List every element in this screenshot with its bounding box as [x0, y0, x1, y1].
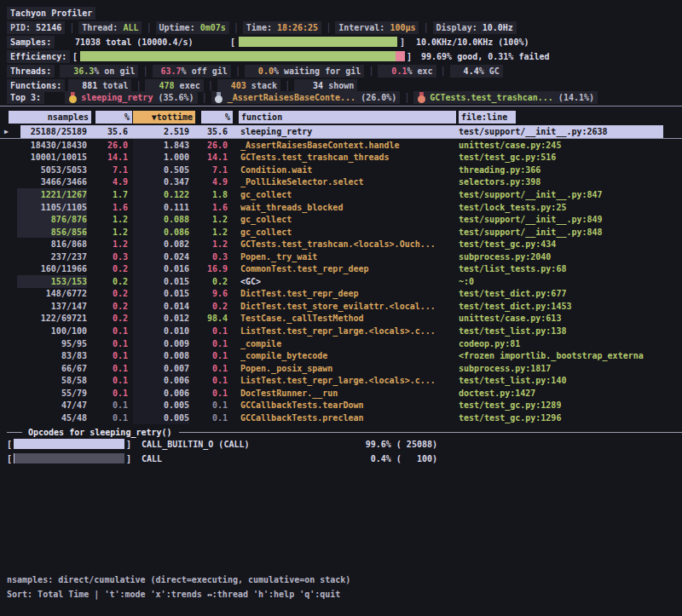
metric-suffix: % GC [479, 66, 500, 76]
table-row[interactable]: 5053/5053 7.1 0.505 7.1 Condition.wait t… [0, 164, 682, 176]
column-header-cumulative-percent[interactable]: % [201, 111, 233, 124]
table-row[interactable]: 95/95 0.1 0.009 0.1 _compile codeop.py:8… [0, 337, 682, 350]
cell-file-line: test/list_tests.py:68 [459, 262, 682, 275]
cell-function: gc_collect [240, 188, 455, 201]
table-row[interactable]: 55/79 0.1 0.006 0.1 DocTestRunner.__run … [0, 387, 682, 400]
cell-tottime: 0.082 [133, 238, 189, 250]
cell-tottime: 1.000 [133, 152, 189, 164]
top3-percent: (26.0%) [355, 93, 396, 102]
samples-rate-bar [239, 37, 397, 47]
column-header-file-line[interactable]: file:line [459, 111, 516, 124]
separator: │ [202, 93, 207, 102]
cell-nsamples: 10001/10015 [17, 152, 87, 164]
samples-bar-open-bracket: [ [230, 37, 235, 47]
cell-cumulative-percent: 35.6 [192, 125, 228, 138]
bar-open-bracket: [ [7, 440, 12, 449]
table-row[interactable]: ▶ 25188/25189 35.6 2.519 35.6 sleeping_r… [0, 125, 682, 139]
status-info-label: Uptime: [159, 23, 200, 32]
top3-item: GCTests.test_trashcan... (14.1%) [413, 91, 598, 104]
metric-value: 478 [148, 81, 174, 90]
table-row[interactable]: 816/868 1.2 0.082 1.2 GCTests.test_trash… [0, 238, 682, 250]
metric-suffix: % exc [407, 66, 432, 76]
cell-cumulative-percent: 26.0 [192, 139, 228, 152]
column-header-function[interactable]: function [239, 111, 456, 124]
status-info-value: 0m07s [200, 23, 226, 32]
cell-function: _PollLikeSelector.select [240, 176, 455, 189]
cell-direct-percent: 0.1 [90, 374, 128, 387]
cell-file-line: <frozen importlib._bootstrap_externa [459, 349, 682, 362]
cell-file-line: selectors.py:398 [459, 176, 682, 189]
table-row[interactable]: 100/100 0.1 0.010 0.1 ListTest.test_repr… [0, 325, 682, 337]
column-header-direct-percent[interactable]: % [95, 111, 132, 124]
cell-direct-percent: 1.6 [90, 201, 128, 214]
table-row[interactable]: 1105/1105 1.6 0.111 1.6 wait_threads_blo… [0, 201, 682, 214]
table-row[interactable]: 47/47 0.1 0.005 0.1 GCCallbackTests.tear… [0, 399, 682, 412]
table-row[interactable]: 45/48 0.1 0.005 0.1 GCCallbackTests.prec… [0, 412, 682, 424]
table-row[interactable]: 160/11966 0.2 0.016 16.9 CommonTest.test… [0, 262, 682, 275]
cell-nsamples: 58/58 [17, 374, 87, 387]
cell-file-line: test/test_dict.py:677 [459, 288, 682, 301]
cell-direct-percent: 26.0 [90, 139, 128, 152]
cell-cumulative-percent: 9.6 [192, 288, 228, 301]
opcode-name: CALL_BUILTIN_O (CALL) [142, 440, 249, 449]
table-row[interactable]: 876/876 1.2 0.088 1.2 gc_collect test/su… [0, 213, 682, 226]
metric-value: 63.7 [156, 66, 182, 76]
table-row[interactable]: 237/237 0.3 0.024 0.3 Popen._try_wait su… [0, 250, 682, 263]
table-row[interactable]: 137/147 0.2 0.014 0.2 DictTest.test_stor… [0, 300, 682, 313]
cell-file-line: test/test_list.py:140 [459, 374, 682, 387]
threads-row: Threads: 36.3% on gil│ 63.7% off gil│ 0.… [7, 65, 682, 78]
separator-dash [179, 432, 682, 433]
table-row[interactable]: 10001/10015 14.1 1.000 14.1 GCTests.test… [0, 152, 682, 164]
cell-tottime: 2.519 [133, 125, 189, 138]
status-info-item: Uptime: 0m07s [156, 21, 229, 34]
table-row[interactable]: 122/69721 0.2 0.012 98.4 TestCase._callT… [0, 313, 682, 325]
cell-tottime: 0.088 [133, 213, 189, 226]
cell-tottime: 0.006 [133, 374, 189, 387]
top3-row: Top 3: sleeping_retry (35.6%)│_AssertRai… [7, 91, 682, 104]
efficiency-good-segment [80, 51, 396, 61]
separator: │ [235, 66, 240, 76]
cell-cumulative-percent: 1.2 [192, 238, 228, 250]
metric-item: 478 exec [145, 79, 203, 92]
cell-direct-percent: 0.2 [90, 300, 128, 313]
table-row[interactable]: 18430/18430 26.0 1.843 26.0 _AssertRaise… [0, 139, 682, 152]
table-row[interactable]: 153/153 0.2 0.015 0.2 <GC> ~:0 [0, 275, 682, 288]
efficiency-failed-segment [396, 51, 405, 61]
table-row[interactable]: 856/856 1.2 0.086 1.2 gc_collect test/su… [0, 226, 682, 239]
cell-tottime: 0.016 [133, 262, 189, 275]
cell-nsamples: 1221/1267 [17, 188, 87, 201]
cell-tottime: 0.505 [133, 164, 189, 176]
separator: │ [285, 81, 290, 90]
cell-nsamples: 5053/5053 [17, 164, 87, 176]
cell-nsamples: 153/153 [17, 275, 87, 288]
opcodes-section-header: Opcodes for sleeping_retry() [7, 426, 682, 438]
separator: │ [234, 23, 239, 32]
metric-item: 0.0% waiting for gil [245, 65, 364, 78]
cell-direct-percent: 14.1 [90, 152, 128, 164]
cell-nsamples: 45/48 [17, 412, 87, 424]
cell-nsamples: 100/100 [17, 325, 87, 337]
column-header-nsamples[interactable]: nsamples [9, 111, 91, 124]
table-row[interactable]: 66/67 0.1 0.007 0.1 Popen._posix_spawn s… [0, 362, 682, 375]
table-row[interactable]: 3466/3466 4.9 0.347 4.9 _PollLikeSelecto… [0, 176, 682, 189]
metric-suffix: exec [175, 81, 200, 90]
cell-function: Popen._posix_spawn [240, 362, 455, 375]
cell-nsamples: 122/69721 [17, 313, 87, 325]
status-info-value: 100μs [390, 23, 415, 32]
opcode-bar [14, 439, 124, 449]
cell-cumulative-percent: 0.1 [192, 349, 228, 362]
cell-direct-percent: 0.1 [90, 362, 128, 375]
cell-cumulative-percent: 0.1 [192, 362, 228, 375]
table-row[interactable]: 1221/1267 1.7 0.122 1.8 gc_collect test/… [0, 188, 682, 201]
table-row[interactable]: 83/83 0.1 0.008 0.1 _compile_bytecode <f… [0, 349, 682, 362]
cell-file-line: threading.py:366 [459, 164, 682, 176]
top3-percent: (35.6%) [153, 93, 194, 102]
cell-cumulative-percent: 0.1 [192, 374, 228, 387]
cell-file-line: subprocess.py:1817 [459, 362, 682, 375]
column-header-tottime-sorted[interactable]: ▼tottime [133, 111, 195, 124]
table-row[interactable]: 148/6772 0.2 0.015 9.6 DictTest.test_rep… [0, 288, 682, 301]
cell-direct-percent: 0.2 [90, 288, 128, 301]
cell-tottime: 0.007 [133, 362, 189, 375]
status-info-label: Thread: [82, 23, 123, 32]
table-row[interactable]: 58/58 0.1 0.006 0.1 ListTest.test_repr_l… [0, 374, 682, 387]
